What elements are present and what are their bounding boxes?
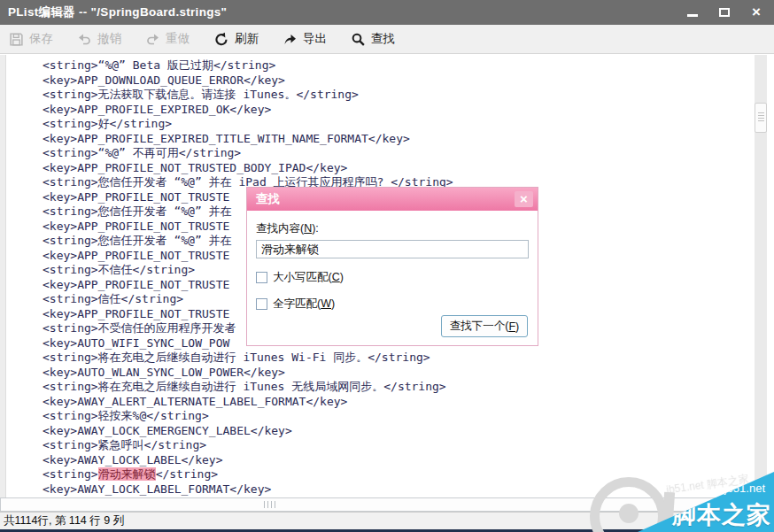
refresh-icon xyxy=(213,32,229,47)
line-text: <key>APP_PROFILE_NOT_TRUSTE xyxy=(43,249,229,262)
line-text: <string>紧急呼叫</string> xyxy=(43,438,206,451)
window-title: PList编辑器 -- "/SpringBoard.strings" xyxy=(0,4,227,20)
search-match-highlight: 滑动来解锁 xyxy=(98,467,156,481)
vertical-scrollbar-thumb[interactable] xyxy=(755,103,767,133)
line-text: <string>将在充电之后继续自动进行 iTunes Wi-Fi 同步。</s… xyxy=(43,351,430,364)
editor-line: <string>“%@” Beta 版已过期</string> xyxy=(0,58,762,73)
line-text: <key>AWAY_LOCK_EMERGENCY_LABEL</key> xyxy=(43,424,292,437)
find-button[interactable]: 查找 xyxy=(351,31,395,47)
find-icon xyxy=(351,32,366,47)
find-next-button[interactable]: 查找下一个(F) xyxy=(441,315,528,337)
undo-icon xyxy=(77,32,92,46)
line-text: </string> xyxy=(156,467,218,481)
line-text: <key>APP_PROFILE_NOT_TRUSTE xyxy=(43,278,229,291)
redo-label: 重做 xyxy=(166,31,190,47)
line-text: <key>AWAY_ALERT_ALTERNATE_LABEL_FORMAT</… xyxy=(43,395,347,408)
vertical-scrollbar[interactable] xyxy=(755,55,767,497)
status-text: 共1114行, 第 114 行 9 列 xyxy=(4,514,124,527)
close-icon: × xyxy=(520,191,528,206)
find-input[interactable] xyxy=(256,240,529,258)
export-button[interactable]: 导出 xyxy=(283,31,327,47)
line-text: <key>AWAY_LOCK_LABEL_FORMAT</key> xyxy=(43,482,271,496)
line-text: <string>不信任</string> xyxy=(43,263,195,276)
editor-line: <key>APP_DOWNLOAD_QUEUE_ERROR</key> xyxy=(0,73,762,89)
line-text: <key>AWAY_LOCK_LABEL</key> xyxy=(43,453,223,466)
line-text: <key>APP_DOWNLOAD_QUEUE_ERROR</key> xyxy=(43,73,285,87)
line-text: <key>APP_PROFILE_NOT_TRUSTED_BODY_IPAD</… xyxy=(43,161,347,174)
export-icon xyxy=(283,32,298,46)
line-text: <string>您信任开发者 “%@” 并在 xyxy=(43,234,238,247)
editor-line: <string>轻按来%@</string> xyxy=(0,409,762,424)
refresh-label: 刷新 xyxy=(235,31,259,47)
save-button[interactable]: 保存 xyxy=(9,31,53,47)
horizontal-scrollbar[interactable] xyxy=(0,497,749,512)
find-dialog-body: 查找内容(N): 大小写匹配(C) 全字匹配(W) xyxy=(247,211,538,312)
line-text: <key>AUTO_WLAN_SYNC_LOW_POWER</key> xyxy=(43,366,285,379)
editor-line: <string>紧急呼叫</string> xyxy=(0,438,762,453)
editor-line: <string>好</string> xyxy=(0,117,762,132)
match-case-option[interactable]: 大小写匹配(C) xyxy=(256,270,529,285)
line-text: <string>不受信任的应用程序开发者 xyxy=(43,321,236,335)
line-text: <key>APP_PROFILE_NOT_TRUSTE xyxy=(43,220,229,233)
line-text: <string>无法获取下载信息。请连接 iTunes。</string> xyxy=(43,88,359,101)
find-dialog-title: 查找 xyxy=(256,191,280,207)
find-dialog-close-button[interactable]: × xyxy=(515,191,533,207)
toolbar: 保存 撤销 重做 刷新 导出 查找 xyxy=(0,25,774,54)
line-text: <key>APP_PROFILE_EXPIRED_OK</key> xyxy=(43,103,271,116)
editor-line: <key>AWAY_LOCK_EMERGENCY_LABEL</key> xyxy=(0,424,762,439)
line-text: <string>好</string> xyxy=(43,117,172,130)
editor-line: <string>“%@” 不再可用</string> xyxy=(0,146,762,161)
editor-line: <key>AUTO_WLAN_SYNC_LOW_POWER</key> xyxy=(0,366,762,381)
match-case-label: 大小写匹配(C) xyxy=(273,270,344,285)
line-text: <string>您信任开发者 “%@” 并在 xyxy=(43,204,238,218)
save-label: 保存 xyxy=(29,31,53,47)
export-label: 导出 xyxy=(303,31,327,47)
whole-word-label: 全字匹配(W) xyxy=(273,297,335,312)
undo-label: 撤销 xyxy=(97,31,121,47)
line-text: <string> xyxy=(43,467,98,481)
redo-icon xyxy=(145,32,160,46)
editor-line: <string>将在充电之后继续自动进行 iTunes 无线局域网同步。</st… xyxy=(0,380,762,395)
line-text: <key>APP_PROFILE_EXPIRED_TITLE_WITH_NAME… xyxy=(43,132,410,145)
window-titlebar[interactable]: PList编辑器 -- "/SpringBoard.strings" × xyxy=(0,0,774,25)
window-controls: × xyxy=(682,4,774,21)
line-text: <string>“%@” Beta 版已过期</string> xyxy=(43,58,275,72)
refresh-button[interactable]: 刷新 xyxy=(213,31,259,47)
find-content-label: 查找内容(N): xyxy=(256,221,529,236)
editor-line: <key>APP_PROFILE_EXPIRED_OK</key> xyxy=(0,103,762,118)
line-text: <string>信任</string> xyxy=(43,292,183,305)
editor-line: <key>APP_PROFILE_EXPIRED_TITLE_WITH_NAME… xyxy=(0,132,762,147)
close-button[interactable]: × xyxy=(746,4,767,21)
line-text: <key>APP_PROFILE_NOT_TRUSTE xyxy=(43,307,229,320)
whole-word-option[interactable]: 全字匹配(W) xyxy=(256,297,529,312)
maximize-icon xyxy=(719,8,730,17)
line-text: <string>将在充电之后继续自动进行 iTunes 无线局域网同步。</st… xyxy=(43,380,446,393)
editor-line: <key>AWAY_LOCK_LABEL</key> xyxy=(0,453,762,468)
line-text: <key>APP_PROFILE_NOT_TRUSTE xyxy=(43,190,229,204)
horizontal-scrollbar-grip[interactable] xyxy=(264,501,275,508)
editor-line: <key>APP_PROFILE_NOT_TRUSTED_BODY_IPAD</… xyxy=(0,161,762,176)
find-dialog: 查找 × 查找内容(N): 大小写匹配(C) 全字匹配(W) 查找下一个(F) xyxy=(246,187,538,346)
minimize-button[interactable] xyxy=(682,4,703,21)
line-text: <key>AUTO_WIFI_SYNC_LOW_POW xyxy=(43,336,229,350)
minimize-icon xyxy=(687,14,698,17)
editor-line: <string>将在充电之后继续自动进行 iTunes Wi-Fi 同步。</s… xyxy=(0,351,762,366)
find-label: 查找 xyxy=(371,31,395,47)
editor-line: <key>AWAY_ALERT_ALTERNATE_LABEL_FORMAT</… xyxy=(0,395,762,410)
undo-button[interactable]: 撤销 xyxy=(77,31,121,47)
editor-line: <key>AWAY_LOCK_LABEL_FORMAT</key> xyxy=(0,482,762,497)
editor-line: <string>无法获取下载信息。请连接 iTunes。</string> xyxy=(0,88,762,103)
maximize-button[interactable] xyxy=(714,4,735,21)
whole-word-checkbox[interactable] xyxy=(256,298,267,310)
line-text: <string>“%@” 不再可用</string> xyxy=(43,146,241,159)
editor-line: <string>滑动来解锁</string> xyxy=(0,467,762,482)
redo-button[interactable]: 重做 xyxy=(145,31,190,47)
find-dialog-titlebar[interactable]: 查找 × xyxy=(247,188,538,211)
match-case-checkbox[interactable] xyxy=(256,272,267,283)
line-text: <string>轻按来%@</string> xyxy=(43,409,209,422)
save-icon xyxy=(9,32,24,47)
